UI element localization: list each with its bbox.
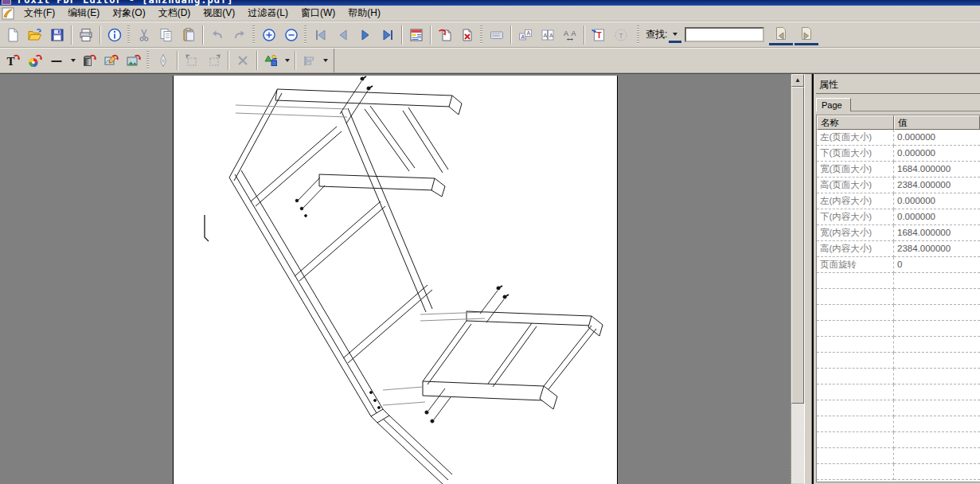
- virtual-keyboard-button[interactable]: [486, 25, 508, 45]
- find-input[interactable]: [685, 27, 764, 42]
- zoom-out-button[interactable]: [280, 25, 303, 45]
- transform-prev-button[interactable]: [181, 50, 203, 71]
- menu-item-3[interactable]: 文档(D): [152, 5, 197, 21]
- undo-button[interactable]: [206, 25, 228, 45]
- redo-button[interactable]: [228, 25, 251, 45]
- panel-divider[interactable]: [804, 74, 812, 484]
- property-row-7[interactable]: 高(内容大小)2384.000000: [817, 241, 980, 257]
- property-value[interactable]: 0.000000: [894, 193, 980, 209]
- property-value[interactable]: 2384.000000: [894, 241, 980, 257]
- chevron-down-icon[interactable]: [323, 59, 328, 62]
- first-page-button[interactable]: [310, 25, 332, 45]
- find-dropdown[interactable]: [669, 26, 681, 43]
- document-info-button[interactable]: [103, 25, 126, 45]
- new-file-button[interactable]: [2, 25, 24, 45]
- property-value[interactable]: 0.000000: [894, 146, 980, 162]
- edit-path-icon: [155, 53, 171, 68]
- paste-button[interactable]: [178, 25, 200, 45]
- app-icon: [2, 0, 11, 5]
- property-row-2[interactable]: 宽(页面大小)1684.000000: [817, 162, 980, 178]
- empty-name-cell: [817, 432, 894, 448]
- tab-page[interactable]: Page: [816, 98, 851, 111]
- property-row-0[interactable]: 左(页面大小)0.000000: [817, 130, 980, 146]
- empty-row: [817, 384, 980, 400]
- property-value[interactable]: 1684.000000: [894, 162, 980, 178]
- empty-name-cell: [817, 273, 894, 289]
- font-replace-button[interactable]: AA: [514, 25, 537, 45]
- document-workspace[interactable]: [0, 74, 791, 484]
- property-value[interactable]: 0.000000: [894, 209, 980, 225]
- align-objects-button[interactable]: [299, 50, 321, 71]
- property-value[interactable]: 2384.000000: [894, 178, 980, 193]
- menu-item-7[interactable]: 帮助(H): [342, 5, 387, 21]
- edit-shading-button[interactable]: [78, 50, 100, 71]
- find-next-page-button[interactable]: [795, 25, 818, 45]
- print-button[interactable]: [75, 25, 97, 45]
- toolbar-grip[interactable]: [479, 25, 483, 45]
- empty-row: [817, 416, 980, 432]
- cut-button[interactable]: [133, 25, 155, 45]
- window-title: Foxit PDF Editor - [anzhuang.pdf]: [18, 0, 233, 6]
- delete-object-button[interactable]: [232, 50, 254, 71]
- zoom-in-button[interactable]: [258, 25, 280, 45]
- line-style-button[interactable]: [46, 50, 68, 71]
- column-header-value[interactable]: 值: [894, 115, 980, 130]
- scrollbar-track[interactable]: [791, 404, 804, 483]
- insert-shape-button[interactable]: [260, 50, 283, 71]
- property-row-4[interactable]: 左(内容大小)0.000000: [817, 193, 980, 209]
- menu-item-6[interactable]: 窗口(W): [295, 5, 342, 21]
- page-layout-button[interactable]: [405, 25, 428, 45]
- menu-item-1[interactable]: 编辑(E): [61, 5, 106, 21]
- open-file-button[interactable]: [24, 25, 46, 45]
- chevron-down-icon[interactable]: [71, 59, 76, 62]
- toolbar-grip[interactable]: [303, 25, 307, 45]
- column-header-name[interactable]: 名称: [817, 115, 894, 130]
- delete-page-button[interactable]: [456, 25, 478, 45]
- menu-item-0[interactable]: 文件(F): [18, 5, 61, 21]
- transform-next-button[interactable]: [203, 50, 225, 71]
- scrollbar-up-arrow[interactable]: ▲: [791, 74, 804, 87]
- font-vertical-button[interactable]: AA: [537, 25, 559, 45]
- edit-color-button[interactable]: [24, 50, 46, 71]
- property-name: 左(页面大小): [817, 130, 894, 146]
- property-row-6[interactable]: 宽(内容大小)1684.000000: [817, 225, 980, 241]
- prev-page-button[interactable]: [332, 25, 354, 45]
- zoom-out-icon: [283, 27, 299, 43]
- toolbar-grip[interactable]: [252, 25, 256, 45]
- text-circle-button[interactable]: T: [610, 25, 632, 45]
- pdf-page[interactable]: [173, 76, 618, 484]
- transform-next-icon: [206, 53, 222, 68]
- menu-item-5[interactable]: 过滤器(L): [241, 5, 295, 21]
- edit-path-button[interactable]: [152, 50, 174, 71]
- font-spacing-button[interactable]: AA: [559, 25, 581, 45]
- copy-button[interactable]: [155, 25, 178, 45]
- toolbar-grip[interactable]: [636, 25, 640, 45]
- toolbar-grip[interactable]: [127, 25, 131, 45]
- property-value[interactable]: 0.000000: [894, 130, 980, 146]
- toolbar-grip[interactable]: [146, 51, 150, 70]
- menu-item-2[interactable]: 对象(O): [106, 5, 151, 21]
- find-prev-page-button[interactable]: [769, 25, 793, 45]
- menu-item-4[interactable]: 视图(V): [197, 5, 241, 21]
- scrollbar-thumb[interactable]: [791, 87, 804, 404]
- property-value[interactable]: 1684.000000: [894, 225, 980, 241]
- insert-page-button[interactable]: [434, 25, 456, 45]
- empty-row: [817, 448, 980, 464]
- property-value[interactable]: 0: [894, 257, 980, 273]
- chevron-down-icon[interactable]: [285, 59, 290, 62]
- add-text-box-button[interactable]: T: [588, 25, 610, 45]
- add-image-button[interactable]: [123, 50, 145, 71]
- last-page-button[interactable]: [377, 25, 399, 45]
- property-name: 高(页面大小): [817, 178, 894, 193]
- property-row-8[interactable]: 页面旋转0: [817, 257, 980, 273]
- property-row-3[interactable]: 高(页面大小)2384.000000: [817, 178, 980, 193]
- next-page-button[interactable]: [354, 25, 377, 45]
- redo-icon: [232, 27, 248, 43]
- edit-text-button[interactable]: T: [2, 50, 24, 71]
- property-row-1[interactable]: 下(页面大小)0.000000: [817, 146, 980, 162]
- property-row-5[interactable]: 下(内容大小)0.000000: [817, 209, 980, 225]
- document-window-icon[interactable]: [2, 7, 14, 20]
- save-file-button[interactable]: [46, 25, 68, 45]
- paste-icon: [181, 27, 197, 43]
- edit-image-button[interactable]: [100, 50, 123, 71]
